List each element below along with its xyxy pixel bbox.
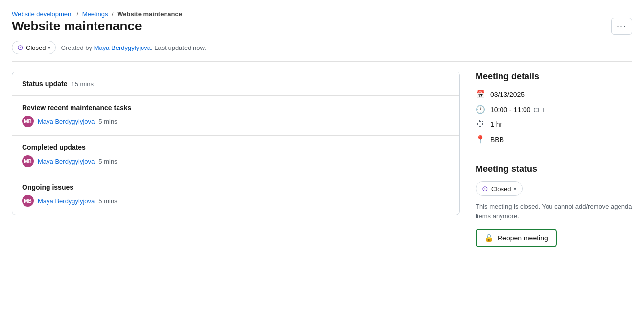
agenda-item-title: Status update 15 mins bbox=[22, 80, 94, 88]
details-location-row: 📍 BBB bbox=[476, 135, 632, 144]
meeting-location: BBB bbox=[490, 136, 504, 143]
page-title-row: Website maintenance ··· bbox=[12, 18, 632, 35]
meeting-status-title: Meeting status bbox=[476, 164, 632, 174]
agenda-item-sub: MB Maya Berdygylyjova 5 mins bbox=[22, 155, 450, 167]
agenda-item: Ongoing issues MB Maya Berdygylyjova 5 m… bbox=[12, 175, 459, 215]
timer-icon: ⏱ bbox=[476, 120, 485, 129]
breadcrumb-link-meetings[interactable]: Meetings bbox=[82, 10, 108, 18]
agenda-item: Status update 15 mins bbox=[12, 72, 459, 96]
status-bar: ⊙ Closed ▾ Created by Maya Berdygylyjova… bbox=[12, 41, 632, 62]
timezone-label: CET bbox=[534, 107, 546, 114]
assignee-link[interactable]: Maya Berdygylyjova bbox=[38, 197, 95, 205]
breadcrumb-separator-1: / bbox=[76, 10, 78, 18]
agenda-item: Review recent maintenance tasks MB Maya … bbox=[12, 96, 459, 136]
details-date-row: 📅 03/13/2025 bbox=[476, 90, 632, 99]
avatar: MB bbox=[22, 195, 34, 207]
agenda-item-title: Review recent maintenance tasks bbox=[22, 104, 131, 112]
agenda-item-sub: MB Maya Berdygylyjova 5 mins bbox=[22, 116, 450, 127]
details-panel: Meeting details 📅 03/13/2025 🕐 10:00 - 1… bbox=[476, 72, 632, 247]
more-options-button[interactable]: ··· bbox=[611, 18, 632, 35]
chevron-down-icon: ▾ bbox=[514, 186, 516, 191]
meeting-date: 03/13/2025 bbox=[490, 91, 525, 98]
assignee-link[interactable]: Maya Berdygylyjova bbox=[38, 118, 95, 125]
page-status-label: Closed bbox=[26, 44, 46, 51]
reopen-label: Reopen meeting bbox=[498, 234, 548, 242]
agenda-item-header: Ongoing issues bbox=[22, 183, 450, 191]
sub-duration: 5 mins bbox=[98, 118, 117, 125]
calendar-icon: 📅 bbox=[476, 90, 485, 99]
meeting-status-label: Closed bbox=[491, 185, 511, 192]
check-circle-icon: ⊙ bbox=[17, 43, 24, 52]
agenda-item-sub: MB Maya Berdygylyjova 5 mins bbox=[22, 195, 450, 207]
creator-link[interactable]: Maya Berdygylyjova bbox=[94, 44, 151, 51]
chevron-down-icon: ▾ bbox=[48, 45, 50, 50]
details-list: 📅 03/13/2025 🕐 10:00 - 11:00 CET ⏱ 1 hr … bbox=[476, 90, 632, 144]
meeting-duration: 1 hr bbox=[490, 120, 502, 128]
breadcrumb-separator-2: / bbox=[112, 10, 114, 18]
agenda-item-header: Completed updates bbox=[22, 143, 450, 151]
reopen-meeting-button[interactable]: 🔓 Reopen meeting bbox=[476, 229, 557, 247]
agenda-item-title: Completed updates bbox=[22, 143, 86, 151]
meeting-time: 10:00 - 11:00 CET bbox=[490, 106, 546, 114]
agenda-item-header: Review recent maintenance tasks bbox=[22, 104, 450, 112]
breadcrumb-current: Website maintenance bbox=[117, 10, 182, 18]
details-time-row: 🕐 10:00 - 11:00 CET bbox=[476, 105, 632, 114]
main-layout: Status update 15 mins Review recent main… bbox=[12, 72, 632, 247]
agenda-item-title: Ongoing issues bbox=[22, 183, 73, 191]
meeting-details-title: Meeting details bbox=[476, 72, 632, 82]
assignee-link[interactable]: Maya Berdygylyjova bbox=[38, 158, 95, 165]
lock-icon: 🔓 bbox=[484, 234, 494, 242]
details-duration-row: ⏱ 1 hr bbox=[476, 120, 632, 129]
created-by-text: Created by Maya Berdygylyjova. Last upda… bbox=[61, 44, 206, 51]
page-status-badge[interactable]: ⊙ Closed ▾ bbox=[12, 41, 56, 54]
sub-duration: 5 mins bbox=[98, 197, 117, 205]
location-icon: 📍 bbox=[476, 135, 485, 144]
page-title: Website maintenance bbox=[12, 19, 142, 34]
sub-duration: 5 mins bbox=[98, 158, 117, 165]
agenda-item-duration: 15 mins bbox=[71, 80, 94, 88]
check-circle-icon: ⊙ bbox=[482, 184, 488, 193]
breadcrumb: Website development / Meetings / Website… bbox=[12, 10, 632, 18]
closed-description: This meeting is closed. You cannot add/r… bbox=[476, 202, 632, 221]
agenda-item-header: Status update 15 mins bbox=[22, 80, 450, 88]
meeting-status-badge[interactable]: ⊙ Closed ▾ bbox=[476, 181, 523, 196]
avatar: MB bbox=[22, 155, 34, 167]
agenda-panel: Status update 15 mins Review recent main… bbox=[12, 72, 460, 215]
ellipsis-icon: ··· bbox=[617, 21, 627, 31]
breadcrumb-link-website-development[interactable]: Website development bbox=[12, 10, 73, 18]
details-divider bbox=[476, 154, 632, 154]
avatar: MB bbox=[22, 116, 34, 127]
clock-icon: 🕐 bbox=[476, 105, 485, 114]
agenda-item: Completed updates MB Maya Berdygylyjova … bbox=[12, 136, 459, 175]
